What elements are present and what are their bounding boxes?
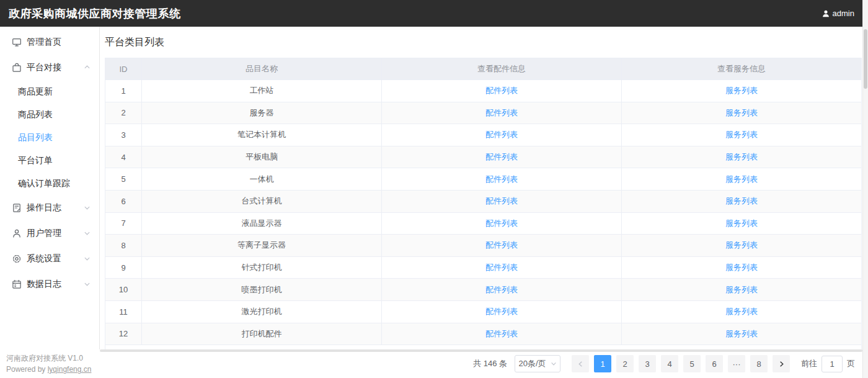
cell-service: 服务列表 [622,124,862,146]
sidebar-item-product-list[interactable]: 商品列表 [0,103,99,126]
sidebar-item-label: 商品列表 [18,109,53,120]
sidebar-item-home[interactable]: 管理首页 [0,29,99,55]
goto-page: 前往 页 [801,356,855,372]
prev-page-button[interactable] [572,355,589,372]
total-count: 共 146 条 [473,358,507,369]
accessory-list-link[interactable]: 配件列表 [485,263,518,272]
service-list-link[interactable]: 服务列表 [725,240,758,250]
sidebar-item-system-settings[interactable]: 系统设置 [0,246,99,271]
cell-accessory: 配件列表 [382,279,622,301]
sidebar-item-label: 品目列表 [18,132,53,143]
accessory-list-link[interactable]: 配件列表 [485,152,518,161]
page-button-3[interactable]: 3 [639,355,656,372]
col-header-id: ID [105,58,142,80]
table-row: 3笔记本计算机配件列表服务列表 [105,124,862,146]
next-page-button[interactable] [773,355,790,372]
cell-id: 9 [105,256,142,279]
chevron-down-icon [84,281,91,287]
accessory-list-link[interactable]: 配件列表 [485,108,518,117]
cell-service: 服务列表 [622,146,862,168]
sidebar-item-product-update[interactable]: 商品更新 [0,80,99,103]
sidebar-item-label: 商品更新 [18,86,53,97]
cell-accessory: 配件列表 [382,235,622,257]
service-list-link[interactable]: 服务列表 [725,86,758,95]
service-list-link[interactable]: 服务列表 [725,152,758,161]
table-row: 7液晶显示器配件列表服务列表 [105,212,862,235]
table-row: 9针式打印机配件列表服务列表 [105,256,862,279]
cell-service: 服务列表 [622,212,862,235]
cell-name: 平板电脑 [142,146,382,168]
cell-service: 服务列表 [622,279,862,301]
service-list-link[interactable]: 服务列表 [725,263,758,272]
horizontal-scrollbar[interactable] [100,349,862,352]
service-list-link[interactable]: 服务列表 [725,285,758,294]
service-list-link[interactable]: 服务列表 [725,196,758,205]
page-button-1[interactable]: 1 [594,355,611,372]
sidebar-menu: 管理首页平台对接商品更新商品列表品目列表平台订单确认订单跟踪操作日志用户管理系统… [0,29,99,297]
cell-id: 10 [105,279,142,301]
table-row: 12打印机配件配件列表服务列表 [105,323,862,345]
service-list-link[interactable]: 服务列表 [725,130,758,139]
sidebar-item-category-list[interactable]: 品目列表 [0,126,99,149]
table-row: 2服务器配件列表服务列表 [105,102,862,124]
table-row: 1工作站配件列表服务列表 [105,80,862,102]
user-icon [12,228,22,238]
accessory-list-link[interactable]: 配件列表 [485,218,518,228]
sidebar: 管理首页平台对接商品更新商品列表品目列表平台订单确认订单跟踪操作日志用户管理系统… [0,27,100,349]
accessory-list-link[interactable]: 配件列表 [485,86,518,95]
vertical-scrollbar-track[interactable] [862,0,868,378]
chevron-down-icon [551,361,557,367]
accessory-list-link[interactable]: 配件列表 [485,285,518,294]
service-list-link[interactable]: 服务列表 [725,174,758,184]
cell-service: 服务列表 [622,235,862,257]
page-button-4[interactable]: 4 [661,355,678,372]
accessory-list-link[interactable]: 配件列表 [485,240,518,250]
cell-id: 4 [105,146,142,168]
service-list-link[interactable]: 服务列表 [725,218,758,228]
table-row-cutoff [105,345,862,349]
cell-accessory: 配件列表 [382,190,622,212]
table-row: 6台式计算机配件列表服务列表 [105,190,862,212]
cell-accessory: 配件列表 [382,102,622,124]
cell-name: 工作站 [142,80,382,102]
pager-more-button[interactable]: ··· [728,355,745,372]
chevron-up-icon [84,64,91,71]
table-row: 4平板电脑配件列表服务列表 [105,146,862,168]
cell-id: 8 [105,235,142,257]
accessory-list-link[interactable]: 配件列表 [485,307,518,316]
sidebar-item-user-management[interactable]: 用户管理 [0,220,99,246]
accessory-list-link[interactable]: 配件列表 [485,174,518,184]
page-size-select[interactable]: 20条/页 [515,355,560,372]
page-button-5[interactable]: 5 [683,355,701,372]
main-content: 平台类目列表 ID 品目名称 查看配件信息 查看服务信息 1工作站配件列表服务列… [100,27,868,349]
accessory-list-link[interactable]: 配件列表 [485,329,518,338]
sidebar-item-label: 平台订单 [18,155,53,166]
table-row: 5一体机配件列表服务列表 [105,168,862,191]
accessory-list-link[interactable]: 配件列表 [485,130,518,139]
user-menu[interactable]: admin [822,9,854,18]
cell-accessory: 配件列表 [382,124,622,146]
sidebar-item-order-tracking[interactable]: 确认订单跟踪 [0,172,99,195]
table-row: 11激光打印机配件列表服务列表 [105,300,862,323]
page-button-6[interactable]: 6 [706,355,723,372]
goto-page-input[interactable] [822,356,843,372]
page-button-2[interactable]: 2 [616,355,634,372]
service-list-link[interactable]: 服务列表 [725,329,758,338]
page-title: 平台类目列表 [105,27,862,58]
sidebar-item-operation-log[interactable]: 操作日志 [0,195,99,220]
cell-name: 一体机 [142,168,382,191]
service-list-link[interactable]: 服务列表 [725,307,758,316]
accessory-list-link[interactable]: 配件列表 [485,196,518,205]
sidebar-item-platform-orders[interactable]: 平台订单 [0,149,99,172]
service-list-link[interactable]: 服务列表 [725,108,758,117]
vertical-scrollbar-thumb[interactable] [864,29,867,89]
sidebar-item-platform[interactable]: 平台对接 [0,55,99,80]
cell-service: 服务列表 [622,256,862,279]
sidebar-item-data-log[interactable]: 数据日志 [0,271,99,297]
cell-service: 服务列表 [622,190,862,212]
chevron-down-icon [84,230,91,236]
page-button-8[interactable]: 8 [750,355,768,372]
footer-link[interactable]: lyqingfeng.cn [48,365,92,374]
bottom-bar: 共 146 条 20条/页 123456···8 前往 页 [100,349,862,378]
cell-service: 服务列表 [622,80,862,102]
